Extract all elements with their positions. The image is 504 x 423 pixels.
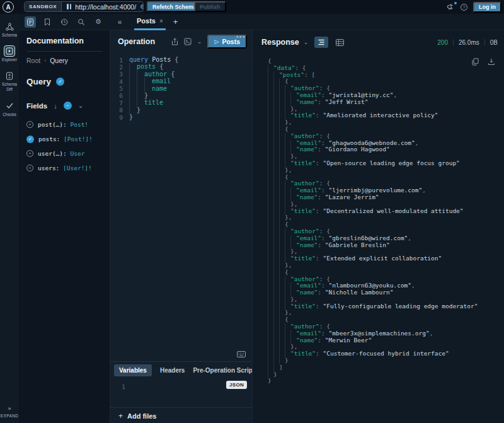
- response-line: "name": "Giordano Hagwood": [268, 146, 504, 153]
- sidebar-item-explorer[interactable]: Explorer: [0, 46, 19, 62]
- close-tab-icon[interactable]: ×: [159, 18, 163, 25]
- response-line: "email": "gbreslin6b@wired.com",: [268, 235, 504, 242]
- code-line: 2posts {: [110, 63, 252, 70]
- code-line: 5name: [110, 85, 252, 92]
- chevron-down-icon[interactable]: ⌄: [197, 38, 202, 45]
- code-line: 6}: [110, 92, 252, 99]
- operation-bottom-section: VariablesHeadersPre-Operation ScriptPost…: [110, 361, 252, 423]
- documentation-title: Documentation: [26, 37, 102, 45]
- field-row[interactable]: ✓posts: [Post!]!: [26, 132, 102, 146]
- response-line: "title": "Fully-configurable leading edg…: [268, 303, 504, 310]
- tab-variables[interactable]: Variables: [114, 364, 152, 376]
- field-row[interactable]: +users: [User!]!: [26, 161, 102, 175]
- breadcrumb: Root › Query: [26, 57, 102, 64]
- more-options-icon[interactable]: •••: [236, 33, 246, 42]
- chevron-down-icon[interactable]: ⌄: [304, 39, 309, 45]
- schema-diff-icon: [4, 71, 14, 81]
- field-add-icon[interactable]: +: [26, 150, 33, 157]
- sidebar-item-checks[interactable]: Checks: [0, 101, 19, 117]
- history-icon[interactable]: [59, 16, 70, 28]
- operation-panel: Operation ⌄ ▷ Posts 1query Posts {2posts…: [110, 30, 252, 423]
- response-line: "posts": [: [268, 72, 504, 79]
- search-icon[interactable]: [76, 16, 87, 28]
- response-title[interactable]: Response: [261, 38, 299, 47]
- response-line: ]: [268, 364, 504, 371]
- chevron-down-icon[interactable]: ⌄: [78, 102, 83, 109]
- response-line: },: [268, 119, 504, 126]
- response-line: },: [268, 214, 504, 221]
- code-line: 9}: [110, 113, 252, 120]
- response-status: 200 26.0ms 0B: [437, 39, 498, 46]
- response-line: "name": "Lazare Jerrim": [268, 194, 504, 201]
- code-line: 1query Posts {: [110, 56, 252, 63]
- documentation-panel: Documentation Root › Query Query ✓ Field…: [19, 30, 110, 423]
- left-nav-rail: Schema Explorer Schema Diff Checks: [0, 14, 19, 423]
- divider: [26, 51, 102, 52]
- pause-icon[interactable]: [67, 4, 71, 9]
- plus-icon: +: [118, 412, 123, 420]
- breadcrumb-root[interactable]: Root: [26, 57, 40, 64]
- sandbox-badge: SANDBOX: [25, 2, 62, 11]
- response-line: }: [268, 371, 504, 378]
- operation-bottom-tabs: VariablesHeadersPre-Operation ScriptPost…: [110, 362, 252, 379]
- expand-sidebar-button[interactable]: » EXPAND: [0, 405, 19, 418]
- field-row[interactable]: +user(…): User: [26, 146, 102, 161]
- share-icon[interactable]: [171, 38, 178, 45]
- code-line: 4email: [110, 78, 252, 84]
- response-line: "title": "Extended explicit collaboratio…: [268, 255, 504, 262]
- keyboard-shortcuts-icon[interactable]: [237, 351, 246, 357]
- login-button[interactable]: Log in: [473, 2, 501, 13]
- settings-gear-icon[interactable]: ⚙: [93, 16, 104, 28]
- endpoint-url-input[interactable]: http://localhost:4000/: [75, 3, 136, 11]
- announcements-icon[interactable]: [447, 3, 455, 11]
- operations-panel-icon[interactable]: [25, 16, 36, 28]
- publish-button[interactable]: Publish: [194, 1, 226, 12]
- sidebar-item-schema-diff[interactable]: Schema Diff: [0, 71, 19, 92]
- sidebar-item-schema[interactable]: Schema: [0, 21, 19, 38]
- response-line: "name": "Jeff Wrist": [268, 99, 504, 106]
- add-files-button[interactable]: + Add files: [110, 407, 252, 423]
- code-line: 8}: [110, 107, 252, 113]
- tab-headers[interactable]: Headers: [160, 367, 185, 374]
- json-format-badge: JSON: [226, 381, 247, 389]
- endpoint-url-bar[interactable]: SANDBOX http://localhost:4000/ ⚙: [24, 1, 144, 12]
- variables-editor[interactable]: 1 JSON: [110, 379, 252, 407]
- latency: 26.0ms: [459, 39, 479, 46]
- field-checked-icon[interactable]: ✓: [26, 136, 34, 143]
- response-line: }: [268, 357, 504, 364]
- response-line: "title": "Open-source leading edge focus…: [268, 160, 504, 167]
- response-line: "author": {: [268, 133, 504, 140]
- table-view-icon[interactable]: [333, 37, 346, 48]
- connection-settings-gear-icon[interactable]: ⚙: [140, 4, 144, 10]
- field-add-icon[interactable]: +: [26, 165, 33, 171]
- response-line: "name": "Nicholle Lambourn": [268, 289, 504, 296]
- response-panel: Response ⌄ 200 26.0ms 0B: [252, 30, 504, 423]
- response-line: "name": "Gabriele Breslin": [268, 242, 504, 249]
- response-line: },: [268, 167, 504, 174]
- chevron-right-icon: ›: [44, 57, 46, 64]
- schema-icon: [4, 21, 14, 32]
- type-selected-check-icon[interactable]: ✓: [56, 78, 64, 86]
- operation-editor[interactable]: 1query Posts {2posts {3author {4email5na…: [110, 53, 252, 361]
- response-line: "title": "Customer-focused hybrid interf…: [268, 351, 504, 357]
- code-line: 3author {: [110, 71, 252, 78]
- sort-down-arrow-icon[interactable]: ↓: [54, 102, 57, 110]
- tab-posts[interactable]: Posts ×: [134, 14, 166, 30]
- play-icon: ▷: [214, 38, 219, 45]
- collections-icon[interactable]: [184, 38, 192, 45]
- tab-pre-operation-script[interactable]: Pre-Operation Script: [193, 367, 252, 374]
- response-line: }: [268, 378, 504, 385]
- top-bar: A SANDBOX http://localhost:4000/ ⚙ Refet…: [0, 0, 504, 14]
- apollo-sandbox-app: A SANDBOX http://localhost:4000/ ⚙ Refet…: [0, 0, 504, 423]
- apollo-logo-icon[interactable]: A: [3, 1, 14, 13]
- saved-operations-icon[interactable]: [42, 16, 53, 28]
- response-line: },: [268, 310, 504, 316]
- field-row[interactable]: +post(…): Post!: [26, 117, 102, 132]
- filter-minus-icon[interactable]: −: [64, 101, 72, 110]
- tree-view-icon[interactable]: [314, 37, 328, 48]
- collapse-panel-icon[interactable]: «: [114, 16, 125, 28]
- help-icon[interactable]: ?: [461, 4, 467, 11]
- new-tab-button[interactable]: +: [173, 17, 178, 26]
- field-add-icon[interactable]: +: [26, 121, 33, 128]
- notification-dot: [454, 2, 457, 4]
